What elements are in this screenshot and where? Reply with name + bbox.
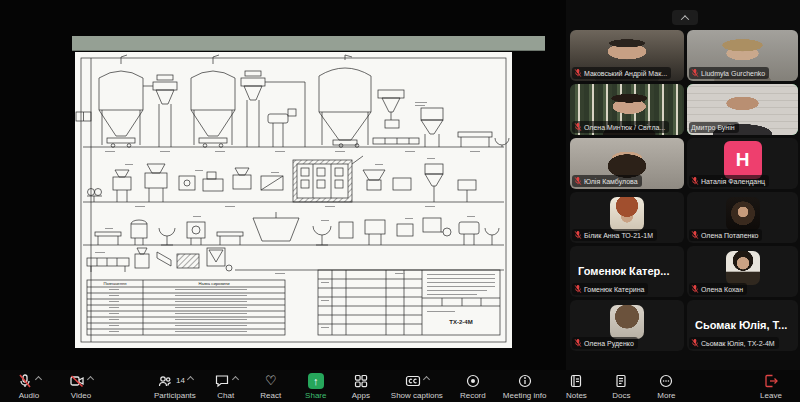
participant-tile[interactable]: Юлія Камбулова — [570, 138, 684, 189]
record-label: Record — [460, 391, 486, 400]
participant-tile-active-speaker[interactable]: Дмитро Бунін — [687, 84, 798, 135]
leave-meeting-icon — [763, 373, 779, 389]
technical-drawing: Позначення Назва сировини ТХ-2-4М — [75, 52, 512, 348]
mic-muted-icon — [691, 176, 699, 186]
shared-document-page: Позначення Назва сировини ТХ-2-4М — [75, 52, 512, 348]
meeting-info-button[interactable]: Meeting info — [503, 373, 547, 400]
participant-tile[interactable]: Олена Минтюк / Світла... — [570, 84, 684, 135]
participant-name: Гоменюк Катерина — [584, 285, 644, 294]
docs-label: Docs — [612, 391, 630, 400]
participant-nameplate: Олена Минтюк / Світла... — [572, 121, 669, 133]
leave-button[interactable]: Leave — [756, 373, 786, 400]
participant-nameplate: Олена Руденко — [572, 337, 638, 349]
mic-muted-icon — [574, 122, 582, 132]
participant-tile[interactable]: Білик Анна ТО-21-1М — [570, 192, 684, 243]
participant-tile[interactable]: Олена Руденко — [570, 300, 684, 351]
participant-nameplate: Liudmyla Gurchenko — [689, 67, 769, 79]
legend-header-material: Назва сировини — [198, 281, 230, 286]
mic-muted-icon — [691, 68, 699, 78]
captions-button[interactable]: Show captions — [391, 373, 443, 400]
mic-muted-icon — [574, 68, 582, 78]
zoom-meeting-window: Позначення Назва сировини ТХ-2-4М Маковс… — [0, 0, 800, 402]
mic-muted-icon — [691, 338, 699, 348]
captions-label: Show captions — [391, 391, 443, 400]
participant-name: Дмитро Бунін — [691, 123, 735, 132]
chevron-up-icon — [681, 15, 689, 23]
chevron-up-icon[interactable] — [423, 375, 430, 382]
meeting-toolbar: Audio Video — [0, 370, 800, 402]
notes-icon — [568, 373, 584, 389]
participant-name: Сьомак Юлія, ТХ-2-4М — [701, 339, 775, 348]
react-label: React — [260, 391, 281, 400]
participant-name: Олена Руденко — [584, 339, 634, 348]
chat-label: Chat — [217, 391, 234, 400]
participants-button[interactable]: 14 Participants — [154, 373, 196, 400]
participant-nameplate: Олена Кохан — [689, 283, 747, 295]
mic-muted-icon — [691, 284, 699, 294]
participant-name: Олена Минтюк / Світла... — [584, 123, 665, 132]
video-button[interactable]: Video — [66, 373, 96, 400]
participant-nameplate: Наталія Фаленданц — [689, 175, 769, 187]
chevron-up-icon[interactable] — [35, 375, 42, 382]
participant-nameplate: Білик Анна ТО-21-1М — [572, 229, 657, 241]
chevron-up-icon[interactable] — [187, 375, 194, 382]
more-label: More — [657, 391, 675, 400]
participant-nameplate: Дмитро Бунін — [689, 122, 739, 133]
participant-name: Білик Анна ТО-21-1М — [584, 231, 653, 240]
notes-button[interactable]: Notes — [561, 373, 591, 400]
participant-tile[interactable]: Н Наталія Фаленданц — [687, 138, 798, 189]
share-screen-icon: ↑ — [308, 373, 324, 389]
chat-icon — [214, 373, 230, 389]
meeting-info-label: Meeting info — [503, 391, 547, 400]
chevron-up-icon[interactable] — [87, 375, 94, 382]
info-icon — [517, 373, 533, 389]
participant-tile[interactable]: Олена Кохан — [687, 246, 798, 297]
participant-nameplate: Сьомак Юлія, ТХ-2-4М — [689, 337, 779, 349]
apps-button[interactable]: Apps — [346, 373, 376, 400]
gallery-collapse-button[interactable] — [672, 10, 698, 25]
apps-icon — [353, 373, 369, 389]
participant-name: Олена Потапенко — [701, 231, 758, 240]
notes-label: Notes — [566, 391, 587, 400]
share-label: Share — [305, 391, 326, 400]
closed-captions-icon — [405, 373, 421, 389]
audio-label: Audio — [19, 391, 39, 400]
heart-icon: ♡ — [265, 373, 277, 389]
chat-button[interactable]: Chat — [211, 373, 241, 400]
participant-name: Юлія Камбулова — [584, 177, 638, 186]
record-button[interactable]: Record — [458, 373, 488, 400]
participant-tile[interactable]: Гоменюк Катер... Гоменюк Катерина — [570, 246, 684, 297]
legend-header-designation: Позначення — [103, 281, 126, 286]
document-viewer-toolbar — [72, 36, 545, 51]
mic-muted-icon — [574, 230, 582, 240]
participant-nameplate: Маковський Андрій Мак... — [572, 67, 671, 79]
mic-muted-icon — [574, 338, 582, 348]
avatar — [726, 251, 760, 285]
record-icon — [465, 373, 481, 389]
leave-label: Leave — [760, 391, 782, 400]
mic-muted-icon — [691, 230, 699, 240]
participant-tile[interactable]: Liudmyla Gurchenko — [687, 30, 798, 81]
more-button[interactable]: More — [651, 373, 681, 400]
participant-nameplate: Юлія Камбулова — [572, 175, 642, 187]
document-icon — [613, 373, 629, 389]
participant-gallery: Маковський Андрій Мак... Liudmyla Gurche… — [570, 30, 800, 351]
participant-tile[interactable]: Маковський Андрій Мак... — [570, 30, 684, 81]
participants-icon — [157, 373, 173, 389]
titleblock-code: ТХ-2-4М — [449, 319, 472, 325]
docs-button[interactable]: Docs — [606, 373, 636, 400]
avatar — [726, 197, 760, 231]
audio-button[interactable]: Audio — [14, 373, 44, 400]
share-button[interactable]: ↑ Share — [301, 373, 331, 400]
react-button[interactable]: ♡ React — [256, 373, 286, 400]
shared-screen-area: Позначення Назва сировини ТХ-2-4М — [0, 0, 566, 370]
mic-muted-icon — [17, 373, 33, 389]
participant-tile[interactable]: Сьомак Юлія, Т... Сьомак Юлія, ТХ-2-4М — [687, 300, 798, 351]
participant-tile[interactable]: Олена Потапенко — [687, 192, 798, 243]
more-icon — [658, 373, 674, 389]
chevron-up-icon[interactable] — [232, 375, 239, 382]
mic-muted-icon — [574, 176, 582, 186]
participant-nameplate: Олена Потапенко — [689, 229, 762, 241]
avatar — [610, 305, 644, 339]
apps-label: Apps — [352, 391, 370, 400]
